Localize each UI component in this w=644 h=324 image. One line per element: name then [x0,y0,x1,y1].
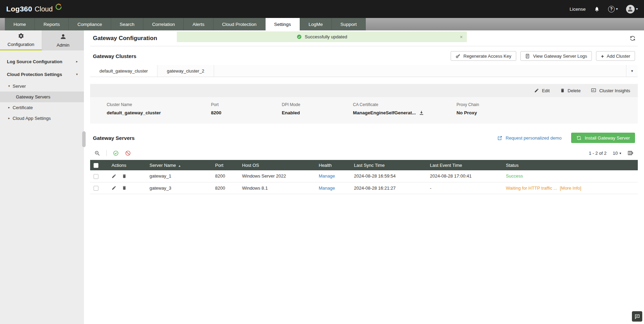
top-bar: Log360 Cloud License ? ▾ ▾ [0,0,644,18]
manage-link[interactable]: Manage [319,173,335,179]
download-icon[interactable] [419,110,424,115]
cell-host-os: Windows Server 2022 [239,170,315,182]
nav-tab-cloud-protection[interactable]: Cloud Protection [213,18,266,30]
row-actions [112,185,143,190]
cluster-tab-default-gateway-cluster[interactable]: default_gateway_cluster [90,65,157,77]
cluster-insights-button[interactable]: Cluster Insights [591,88,630,93]
sidebar-item-server[interactable]: ▾ Server [0,81,84,92]
nav-tab-settings[interactable]: Settings [266,18,300,30]
logo-text-secondary: Cloud [35,5,52,13]
nav-tab-logme[interactable]: LogMe [300,18,332,30]
field-ca-certificate: CA Certificate ManageEngineSelfGenerat..… [353,102,456,115]
sidebar-collapse-handle[interactable] [82,131,86,147]
topbar-actions: License ? ▾ ▾ [569,5,638,13]
logs-icon [525,54,530,59]
key-icon [455,54,461,59]
chevron-down-icon: ▾ [76,73,78,76]
sidebar-item-cloud-app-settings[interactable]: ▸ Cloud App Settings [0,113,84,124]
trash-icon[interactable] [122,174,127,179]
cluster-tab-gateway-cluster-2[interactable]: gateway_cluster_2 [157,65,214,77]
row-actions [112,174,143,179]
disable-server-icon[interactable] [125,150,131,156]
servers-heading: Gateway Servers [93,135,135,141]
col-label: Server Name [150,163,176,168]
nav-tab-compliance[interactable]: Compliance [69,18,111,30]
nav-tab-correlation[interactable]: Correlation [143,18,184,30]
chevron-down-icon: ▾ [8,85,10,88]
more-info-link[interactable]: [More Info] [560,185,581,191]
sidebar-item-log-source-configuration[interactable]: Log Source Configuration ▸ [0,55,84,68]
cell-port: 8200 [212,182,239,194]
chat-feedback-button[interactable] [632,311,642,322]
add-cluster-button[interactable]: + Add Cluster [596,51,635,61]
chevron-right-icon: ▸ [8,106,10,109]
user-menu-button[interactable]: ▾ [626,5,638,13]
row-checkbox[interactable] [94,174,98,179]
sidebar-item-certificate[interactable]: ▸ Certificate [0,102,84,113]
column-chooser-icon[interactable] [627,150,634,156]
insights-icon [591,88,596,93]
chevron-down-icon: ▾ [616,7,618,11]
nav-tab-search[interactable]: Search [111,18,144,30]
pencil-icon [534,88,539,93]
notifications-button[interactable] [594,6,600,12]
nav-tab-home[interactable]: Home [5,18,35,30]
nav-tab-alerts[interactable]: Alerts [184,18,213,30]
delete-cluster-button[interactable]: Delete [560,88,581,93]
nav-tab-reports[interactable]: Reports [35,18,69,30]
page-size-dropdown[interactable]: 10 ▾ [613,151,622,156]
log360-logo[interactable]: Log360 Cloud [6,5,61,13]
close-icon[interactable]: × [460,34,463,40]
tab-admin[interactable]: Admin [42,30,84,50]
manage-link[interactable]: Manage [319,185,335,191]
pencil-icon[interactable] [112,174,116,179]
bell-icon [594,6,600,12]
license-link[interactable]: License [569,7,586,12]
regenerate-access-key-button[interactable]: Regenerate Access Key [451,51,516,61]
cell-last-sync: 2024-08-28 16:59:54 [350,170,426,182]
button-label: View Gateway Server Logs [533,54,587,59]
field-dpi-mode: DPI Mode Enabled [282,102,353,115]
check-circle-icon [297,34,302,39]
edit-cluster-button[interactable]: Edit [534,88,549,93]
request-demo-link[interactable]: Request personalized demo [497,135,561,141]
page-body: Configuration Admin Log Source Configura… [0,30,644,324]
refresh-icon[interactable] [629,35,636,41]
main-nav: Home Reports Compliance Search Correlati… [0,18,644,30]
cluster-details-panel: Edit Delete Cluster Insights [90,84,638,124]
cluster-fields: Cluster Name default_gateway_cluster Por… [90,97,638,124]
chevron-right-icon: ▸ [8,117,10,120]
tab-configuration[interactable]: Configuration [0,30,42,50]
search-icon[interactable] [94,150,100,156]
pagination-label: 1 - 2 of 2 [589,151,606,156]
menu-label: Server [13,84,26,89]
sidebar-item-cloud-protection-settings[interactable]: Cloud Protection Settings ▾ [0,68,84,81]
avatar [626,5,635,13]
help-icon: ? [608,6,615,12]
chat-bubble-icon [634,314,640,320]
cluster-panel-actions: Edit Delete Cluster Insights [90,84,638,97]
view-gateway-server-logs-button[interactable]: View Gateway Server Logs [520,51,592,61]
button-label: Install Gateway Server [585,135,630,141]
install-gateway-server-button[interactable]: Install Gateway Server [571,133,635,143]
pencil-icon[interactable] [112,185,116,190]
toast-message: Successfully updated [305,34,347,39]
select-all-checkbox[interactable] [94,163,98,168]
enable-server-icon[interactable] [113,150,119,156]
col-header-host-os: Host OS [239,160,315,170]
menu-label: Certificate [13,105,33,110]
col-header-last-event-time: Last Event Time [426,160,502,170]
trash-icon[interactable] [122,185,127,190]
tab-admin-label: Admin [57,42,69,48]
sidebar-item-gateway-servers[interactable]: Gateway Servers [0,92,84,102]
nav-tab-support[interactable]: Support [332,18,366,30]
cluster-tabs-dropdown[interactable]: ▾ [626,65,638,77]
toolbar-right: 1 - 2 of 2 10 ▾ [589,150,634,156]
col-header-server-name[interactable]: Server Name▲ [146,160,212,170]
help-menu-button[interactable]: ? ▾ [608,6,618,12]
gateway-servers-table: Actions Server Name▲ Port Host OS Health… [90,160,638,194]
action-label: Cluster Insights [599,88,630,93]
tab-configuration-label: Configuration [8,42,34,47]
row-checkbox[interactable] [94,186,98,191]
servers-table-toolbar: 1 - 2 of 2 10 ▾ [90,147,638,159]
